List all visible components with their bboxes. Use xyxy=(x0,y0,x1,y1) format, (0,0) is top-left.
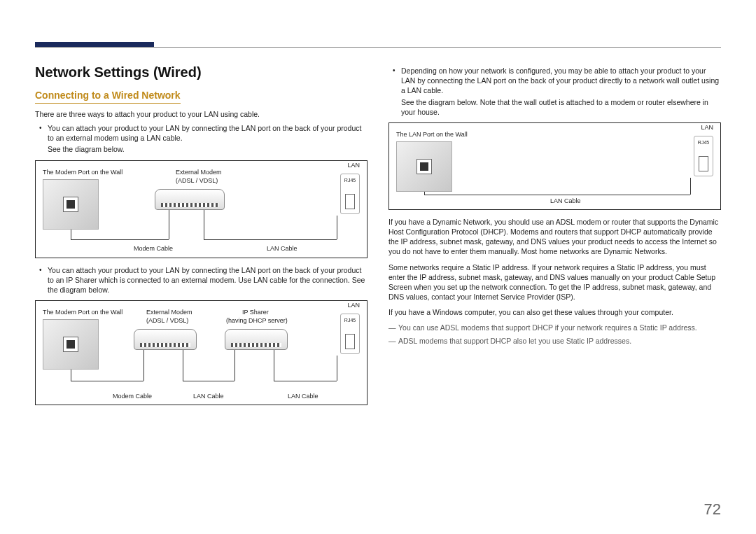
rj45-label: RJ45 xyxy=(694,139,713,146)
sharer-icon xyxy=(225,329,288,350)
note-adsl-static: ADSL modems that support DHCP also let y… xyxy=(388,336,721,346)
right-column: Depending on how your network is configu… xyxy=(388,63,721,412)
cable-segment xyxy=(71,230,71,239)
modem-sublabel: (ADSL / VDSL) xyxy=(146,316,188,325)
wall-plate-icon xyxy=(396,141,452,192)
cable-segment xyxy=(337,216,337,239)
lan-label: LAN xyxy=(701,123,713,132)
bullet-text: You can attach your product to your LAN … xyxy=(48,266,365,294)
left-column: Network Settings (Wired) Connecting to a… xyxy=(35,63,368,412)
section-subheading: Connecting to a Wired Network xyxy=(35,89,181,104)
header-accent xyxy=(35,42,154,47)
cable-segment xyxy=(144,350,144,381)
wall-port-label: The Modem Port on the Wall xyxy=(43,168,122,176)
modem-icon xyxy=(155,189,225,210)
page-title: Network Settings (Wired) xyxy=(35,63,368,82)
cable-segment xyxy=(183,350,183,381)
lan-cable-label: LAN Cable xyxy=(267,244,298,253)
lan-cable-label: LAN Cable xyxy=(550,197,581,205)
cable-segment xyxy=(71,239,169,240)
modem-cable-label: Modem Cable xyxy=(134,244,173,253)
cable-segment xyxy=(204,210,204,239)
header-rule xyxy=(35,42,721,52)
bullet-subtext: See the diagram below. xyxy=(48,144,368,154)
header-line xyxy=(35,47,721,48)
bullet-wall-direct: Depending on how your network is configu… xyxy=(401,66,721,117)
wall-port-label: The LAN Port on the Wall xyxy=(396,130,468,139)
paragraph-static: Some networks require a Static IP addres… xyxy=(388,262,721,302)
diagram-wall-direct: The LAN Port on the Wall LAN RJ45 LAN Ca… xyxy=(388,122,721,210)
cable-segment xyxy=(424,195,690,195)
left-bullet-list-2: You can attach your product to your LAN … xyxy=(35,265,368,295)
wall-port-label: The Modem Port on the Wall xyxy=(43,308,122,316)
modem-label: External Modem xyxy=(146,308,192,316)
rj45-icon: RJ45 xyxy=(340,314,360,354)
modem-cable-label: Modem Cable xyxy=(113,392,152,400)
content-columns: Network Settings (Wired) Connecting to a… xyxy=(35,63,721,412)
diagram-modem-direct: The Modem Port on the Wall External Mode… xyxy=(35,160,368,258)
diagram-ip-sharer: The Modem Port on the Wall External Mode… xyxy=(35,300,368,405)
bullet-ip-sharer: You can attach your product to your LAN … xyxy=(48,265,368,295)
right-bullet-list: Depending on how your network is configu… xyxy=(388,66,721,117)
page-number: 72 xyxy=(704,500,721,519)
note-adsl-dhcp: You can use ADSL modems that support DHC… xyxy=(388,323,721,332)
wall-plate-icon xyxy=(43,179,99,230)
cable-segment xyxy=(274,350,274,381)
modem-sublabel: (ADSL / VDSL) xyxy=(176,176,218,185)
bullet-subtext: See the diagram below. Note that the wal… xyxy=(401,97,721,117)
rj45-label: RJ45 xyxy=(341,317,359,323)
modem-label: External Modem xyxy=(176,168,222,176)
bullet-modem-direct: You can attach your product to your LAN … xyxy=(48,123,368,155)
intro-text: There are three ways to attach your prod… xyxy=(35,109,368,119)
cable-segment xyxy=(234,350,235,381)
lan-cable-label-b: LAN Cable xyxy=(288,392,318,400)
paragraph-dhcp: If you have a Dynamic Network, you shoul… xyxy=(388,217,721,257)
bullet-text: Depending on how your network is configu… xyxy=(401,66,719,94)
cable-segment xyxy=(690,178,691,195)
cable-segment xyxy=(274,381,337,381)
wall-plate-icon xyxy=(43,319,99,370)
rj45-label: RJ45 xyxy=(341,177,359,183)
bullet-text: You can attach your product to your LAN … xyxy=(48,124,361,142)
lan-cable-label-a: LAN Cable xyxy=(193,392,224,400)
cable-segment xyxy=(337,356,337,381)
lan-label: LAN xyxy=(347,301,360,309)
paragraph-windows: If you have a Windows computer, you can … xyxy=(388,307,721,317)
cable-segment xyxy=(71,381,144,381)
left-bullet-list: You can attach your product to your LAN … xyxy=(35,123,368,155)
sharer-sublabel: (having DHCP server) xyxy=(226,316,288,325)
rj45-icon: RJ45 xyxy=(694,136,713,176)
modem-icon xyxy=(134,329,197,350)
cable-segment xyxy=(183,381,234,381)
cable-segment xyxy=(71,370,71,381)
lan-label: LAN xyxy=(347,161,360,169)
sharer-label: IP Sharer xyxy=(242,308,269,316)
cable-segment xyxy=(169,210,169,239)
rj45-icon: RJ45 xyxy=(340,174,360,214)
cable-segment xyxy=(204,239,337,240)
